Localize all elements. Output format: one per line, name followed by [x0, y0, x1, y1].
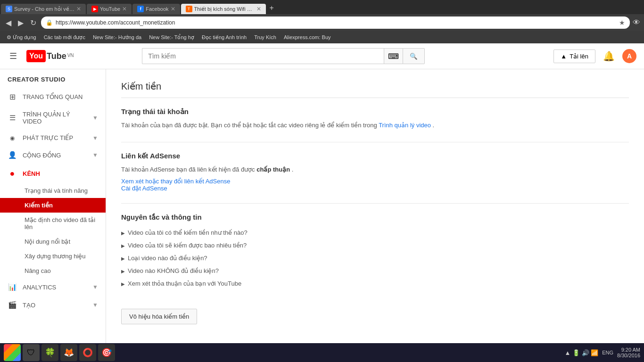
taskbar-app-2[interactable]: 🍀	[41, 344, 58, 361]
sidebar-item-community[interactable]: 👤 CỘNG ĐỒNG ▼	[0, 146, 106, 164]
faq-item-0[interactable]: ▶ Video của tôi có thể kiếm tiền như thế…	[121, 226, 629, 239]
sidebar-item-dashboard[interactable]: ⊞ TRANG TỔNG QUAN	[0, 88, 106, 106]
adsense-review-link[interactable]: Xem xét hoặc thay đổi liên kết AdSense	[121, 178, 230, 185]
taskbar-opera[interactable]: ⭕	[79, 344, 96, 361]
tab-close-thiet-bi[interactable]: ✕	[256, 6, 261, 12]
principles-title: Nguyên tắc và thông tin	[121, 213, 629, 222]
sidebar-subitem-advanced[interactable]: Nâng cao	[0, 263, 106, 278]
create-icon: 🎬	[8, 301, 17, 309]
keyboard-button[interactable]: ⌨	[384, 48, 403, 64]
tab-label-survey: Survey - Cho em hỏi về G...	[14, 6, 74, 12]
analytics-icon: 📊	[8, 283, 17, 291]
tab-favicon-facebook: f	[137, 6, 144, 12]
sidebar-subitem-monetization[interactable]: Kiếm tiền	[0, 198, 106, 213]
live-icon: ◉	[8, 135, 17, 141]
upload-button[interactable]: ▲ Tải lên	[553, 49, 595, 63]
upload-icon: ▲	[561, 53, 567, 60]
address-text[interactable]: https://www.youtube.com/account_monetiza…	[56, 19, 616, 26]
system-tray: ▲ 🔋 🔊 📶 ENG 9:20 AM 8/30/2016	[565, 347, 640, 358]
adsense-text: Tài khoản AdSense bạn đã liên kết hiện đ…	[121, 165, 629, 175]
faq-item-4[interactable]: ▶ Xem xét thỏa thuận của bạn với YouTube	[121, 277, 629, 290]
hamburger-menu-button[interactable]: ☰	[8, 49, 19, 63]
tab-bar: S Survey - Cho em hỏi về G... ✕ ▶ YouTub…	[0, 0, 644, 14]
tab-favicon-survey: S	[6, 6, 12, 12]
sidebar-subitem-branding[interactable]: Xây dựng thương hiệu	[0, 249, 106, 263]
search-button[interactable]: 🔍	[403, 48, 425, 64]
bookmark-aliexpress[interactable]: Aliexpress.com: Buy	[281, 33, 334, 41]
adsense-settings-link[interactable]: Cài đặt AdSense	[121, 185, 167, 192]
chevron-create-icon: ▼	[92, 302, 98, 308]
chevron-analytics-icon: ▼	[92, 284, 98, 290]
adsense-title: Liên kết AdSense	[121, 152, 629, 160]
faq-arrow-1: ▶	[121, 243, 125, 248]
account-status-section: Trạng thái tài khoản Tài khoản của bạn đ…	[121, 107, 629, 131]
tab-close-survey[interactable]: ✕	[76, 6, 81, 12]
notification-button[interactable]: 🔔	[603, 50, 615, 62]
bookmark-new-site-2[interactable]: New Site:- Tổng hợ	[146, 33, 197, 41]
new-tab-button[interactable]: +	[266, 2, 278, 14]
eye-button[interactable]: 👁	[633, 18, 640, 27]
bookmark-new-site-1[interactable]: New Site:- Hướng da	[90, 33, 144, 41]
youtube-logo[interactable]: You Tube VN	[26, 50, 74, 62]
sidebar-item-live[interactable]: ◉ PHÁT TRỰC TIẾP ▼	[0, 130, 106, 146]
refresh-button[interactable]: ↻	[28, 17, 38, 28]
page-title: Kiếm tiền	[121, 81, 629, 98]
yt-header: ☰ You Tube VN ⌨ 🔍 ▲ Tải lên 🔔 A	[0, 43, 644, 69]
sidebar-item-create[interactable]: 🎬 TẠO ▼	[0, 296, 106, 314]
back-button[interactable]: ◀	[4, 17, 13, 28]
faq-item-1[interactable]: ▶ Video của tôi sẽ kiếm được bao nhiêu t…	[121, 239, 629, 252]
lang-indicator: ENG	[602, 350, 613, 355]
taskbar-firefox[interactable]: 🦊	[60, 344, 77, 361]
tab-close-facebook[interactable]: ✕	[171, 6, 175, 12]
forward-button[interactable]: ▶	[16, 17, 25, 28]
bookmark-apps[interactable]: ⚙ Ứng dụng	[4, 33, 39, 41]
faq-arrow-3: ▶	[121, 269, 125, 274]
chevron-video-manager-icon: ▼	[92, 115, 98, 121]
avatar[interactable]: A	[622, 49, 636, 63]
bookmarks-bar: ⚙ Ứng dụng Các tab mới được New Site:- H…	[0, 31, 644, 43]
sidebar-label-dashboard: TRANG TỔNG QUAN	[23, 93, 98, 100]
tab-label-youtube: YouTube	[100, 6, 120, 12]
clock: 9:20 AM 8/30/2016	[617, 347, 640, 358]
sidebar-subitem-featured[interactable]: Nội dung nổi bật	[0, 234, 106, 249]
tab-survey[interactable]: S Survey - Cho em hỏi về G... ✕	[1, 4, 86, 14]
chevron-live-icon: ▼	[92, 135, 98, 141]
lock-icon: 🔒	[46, 19, 53, 26]
divider-1	[121, 142, 629, 142]
logo-vn: VN	[67, 53, 74, 58]
community-icon: 👤	[8, 151, 17, 159]
adsense-section: Liên kết AdSense Tài khoản AdSense bạn đ…	[121, 152, 629, 192]
search-box: ⌨ 🔍	[142, 48, 425, 64]
tab-facebook[interactable]: f Facebook ✕	[132, 4, 180, 14]
sidebar-label-channel: KÊNH	[23, 170, 98, 177]
faq-item-3[interactable]: ▶ Video nào KHÔNG đủ điều kiện?	[121, 264, 629, 277]
dashboard-icon: ⊞	[8, 92, 17, 101]
taskbar-kaspersky[interactable]: 🛡	[23, 344, 40, 361]
bookmark-truy-kich[interactable]: Truy Kích	[251, 33, 279, 41]
tab-youtube[interactable]: ▶ YouTube ✕	[87, 4, 132, 14]
taskbar-app-5[interactable]: 🎯	[98, 344, 115, 361]
taskbar: 🛡 🍀 🦊 ⭕ 🎯 ▲ 🔋 🔊 📶 ENG 9:20 AM 8/30/2016	[0, 343, 644, 362]
faq-arrow-0: ▶	[121, 230, 125, 236]
video-manager-icon: ☰	[8, 114, 17, 122]
sidebar-subitem-status[interactable]: Trạng thái và tính năng	[0, 183, 106, 198]
disable-monetization-button[interactable]: Vô hiệu hóa kiếm tiền	[121, 309, 197, 324]
bookmark-star-button[interactable]: ★	[619, 19, 625, 26]
sidebar-item-analytics[interactable]: 📊 ANALYTICS ▼	[0, 278, 106, 296]
start-button[interactable]	[4, 344, 21, 361]
bookmark-new-tabs[interactable]: Các tab mới được	[41, 33, 88, 41]
sidebar-subitem-defaults[interactable]: Mặc định cho video đã tải lên	[0, 213, 106, 234]
faq-item-2[interactable]: ▶ Loại video nào đủ điều kiện?	[121, 252, 629, 264]
sidebar-item-video-manager[interactable]: ☰ TRÌNH QUẢN LÝ VIDEO ▼	[0, 106, 106, 130]
tab-close-youtube[interactable]: ✕	[122, 6, 127, 12]
bookmark-doc-tieng-anh[interactable]: Đọc tiếng Anh trình	[199, 33, 249, 41]
video-manager-link[interactable]: Trình quản lý video	[379, 122, 431, 129]
tab-thiet-bi[interactable]: T Thiết bị kích sóng Wifi XIA... ✕	[181, 4, 266, 14]
tab-label-facebook: Facebook	[146, 6, 168, 12]
address-actions: ★	[619, 19, 625, 26]
search-input[interactable]	[142, 48, 384, 64]
sidebar-item-channel[interactable]: ● KÊNH	[0, 164, 106, 183]
content-area: Kiếm tiền Trạng thái tài khoản Tài khoản…	[106, 69, 644, 343]
account-status-title: Trạng thái tài khoản	[121, 107, 629, 116]
tab-favicon-thiet-bi: T	[186, 6, 192, 12]
